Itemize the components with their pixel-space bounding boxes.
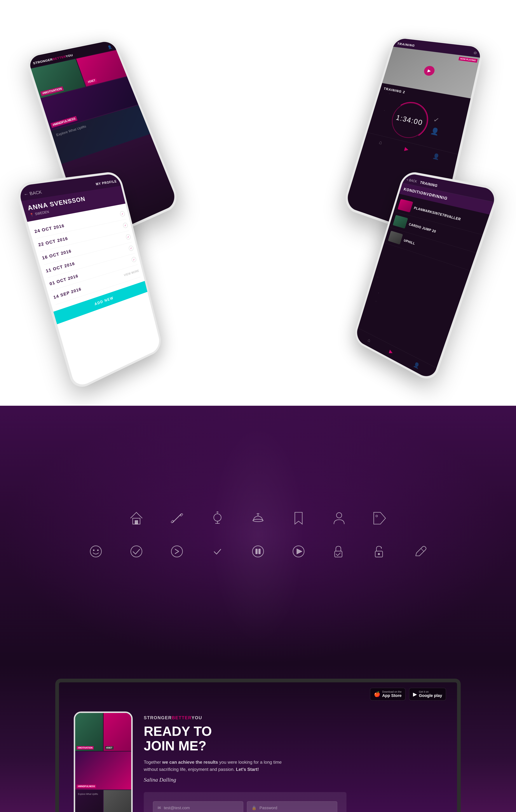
nav-user-icon-2[interactable]: 👤 xyxy=(413,361,420,370)
nav-home-icon[interactable]: ⌂ xyxy=(378,139,383,146)
check-badge-icon xyxy=(208,542,227,561)
food-icon xyxy=(249,509,267,527)
website-tile-dark-2 xyxy=(103,790,131,812)
svg-point-28 xyxy=(378,553,380,555)
website-brand-accent: BETTER xyxy=(172,715,191,720)
website-tile-motivation: #MOTIVATION xyxy=(75,713,103,751)
password-input[interactable] xyxy=(260,806,333,810)
check-circle-icon xyxy=(127,542,146,561)
google-play-button[interactable]: ▶ Get it on Google play xyxy=(409,688,446,700)
smile-icon xyxy=(87,542,105,561)
form-row-1: ✉ 🔒 xyxy=(153,801,337,812)
unlocked-svg xyxy=(372,544,387,559)
apple-icon: 🍎 xyxy=(374,691,381,697)
macbook-wrapper: 🍎 Download on the App Store ▶ Get it on … xyxy=(55,679,461,812)
check-icon[interactable]: ✓ xyxy=(432,116,443,125)
smile-svg xyxy=(88,544,103,559)
svg-rect-1 xyxy=(135,520,138,524)
website-phone-mockup: #MOTIVATION #DIET #MINDFULNESS Explore W… xyxy=(74,712,133,812)
date-check-4: ✓ xyxy=(128,245,134,251)
arrow-right-circle-svg xyxy=(170,544,184,559)
check-circle-svg xyxy=(129,544,144,559)
dumbbell-svg xyxy=(170,511,184,526)
location-text: SWEDEN xyxy=(34,210,50,216)
website-tile-mindfulness-label: #MINDFULNESS xyxy=(77,785,96,788)
play-circle-svg xyxy=(291,544,306,559)
svg-point-20 xyxy=(172,546,183,557)
play-store-icon: ▶ xyxy=(413,691,417,697)
top-section: STRONGERBETTERYOU 👤 #MOTIVATION #DIET #M… xyxy=(0,0,516,406)
svg-rect-26 xyxy=(335,551,342,557)
svg-point-19 xyxy=(131,546,142,557)
food-svg xyxy=(251,511,265,526)
profile-header-title: MY PROFILE xyxy=(95,179,117,186)
svg-point-18 xyxy=(97,550,98,551)
svg-rect-23 xyxy=(259,549,261,554)
date-text-2: 22 OCT 2016 xyxy=(38,236,68,248)
back-button[interactable]: < BACK xyxy=(406,178,417,183)
website-main: #MOTIVATION #DIET #MINDFULNESS Explore W… xyxy=(59,704,457,812)
website-tile-diet-label: #DIET xyxy=(105,746,114,750)
workout-thumb-1 xyxy=(397,199,413,212)
website-tile-mindfulness: #MINDFULNESS xyxy=(75,752,131,789)
password-field[interactable]: 🔒 xyxy=(247,801,337,812)
bottom-section: 🍎 Download on the App Store ▶ Get it on … xyxy=(0,664,516,812)
website-content: 🍎 Download on the App Store ▶ Get it on … xyxy=(59,683,457,812)
workout-thumb-2 xyxy=(393,215,408,229)
app-store-name: App Store xyxy=(382,693,401,698)
app-store-button[interactable]: 🍎 Download on the App Store xyxy=(370,688,405,700)
settings-icon: ⚙ xyxy=(473,51,478,55)
google-play-label-group: Get it on Google play xyxy=(419,690,442,698)
lock-check-icon xyxy=(330,542,348,561)
website-phone-screen: #MOTIVATION #DIET #MINDFULNESS Explore W… xyxy=(75,713,131,812)
date-check-2: ✓ xyxy=(122,222,128,229)
registration-form: ✉ 🔒 🏷 xyxy=(144,792,346,812)
phone-nav-bar-2: ⌂ ▶ 👤 xyxy=(355,328,436,381)
lock-check-svg xyxy=(332,544,346,559)
workout-thumb-3 xyxy=(388,231,403,244)
email-field[interactable]: ✉ xyxy=(153,801,243,812)
dumbbell-icon xyxy=(168,509,186,527)
svg-point-16 xyxy=(90,546,101,557)
website-headline-line2: JOIN ME? xyxy=(144,738,442,753)
date-check-1: ✓ xyxy=(120,211,125,217)
website-headline: READY TO JOIN ME? xyxy=(144,724,442,753)
middle-section xyxy=(0,406,516,664)
now-playing-badge: NOW PLAYING xyxy=(458,57,478,63)
svg-point-14 xyxy=(336,513,342,518)
mind-svg xyxy=(210,511,225,526)
email-input[interactable] xyxy=(164,806,239,810)
person-icon xyxy=(330,509,348,527)
website-tile-dark-text: Explore What Uplifts xyxy=(75,790,103,798)
play-circle-icon xyxy=(289,542,308,561)
timer-text: 1:34:00 xyxy=(395,113,424,127)
website-header: 🍎 Download on the App Store ▶ Get it on … xyxy=(59,683,457,704)
nav-training-icon[interactable]: ▶ xyxy=(404,146,409,153)
svg-line-29 xyxy=(421,548,424,551)
svg-point-15 xyxy=(376,515,377,517)
brand-accent: BETTER xyxy=(52,55,66,61)
person-svg xyxy=(332,511,346,526)
website-headline-line1: READY TO xyxy=(144,724,442,738)
home-icon xyxy=(127,509,146,527)
nav-training-icon-2[interactable]: ▶ xyxy=(389,348,394,355)
website-tile-motivation-label: #MOTIVATION xyxy=(77,746,94,750)
unlocked-icon xyxy=(370,542,389,561)
nav-home-icon-2[interactable]: ⌂ xyxy=(367,337,371,344)
nav-user-icon[interactable]: 👤 xyxy=(432,152,440,161)
svg-point-5 xyxy=(214,514,221,521)
icons-row-1 xyxy=(127,509,389,527)
person-icon: 👤 xyxy=(430,127,440,136)
website-signature: Salina Dalling xyxy=(144,777,442,783)
back-icon[interactable]: ← BACK xyxy=(23,190,42,197)
google-play-small-text: Get it on xyxy=(419,690,442,693)
website-phone-tiles: #MOTIVATION #DIET #MINDFULNESS Explore W… xyxy=(75,713,131,812)
website-copy-area: STRONGERBETTERYOU READY TO JOIN ME? Toge… xyxy=(144,712,442,812)
google-play-name: Google play xyxy=(419,693,442,698)
pencil-icon xyxy=(411,542,429,561)
view-more-link[interactable]: VIEW MORE xyxy=(123,268,140,279)
date-check-5: ✓ xyxy=(131,256,137,263)
date-text-1: 24 OCT 2016 xyxy=(34,223,65,234)
bookmark-svg xyxy=(291,511,306,526)
website-tile-dark-1: Explore What Uplifts xyxy=(75,790,103,812)
